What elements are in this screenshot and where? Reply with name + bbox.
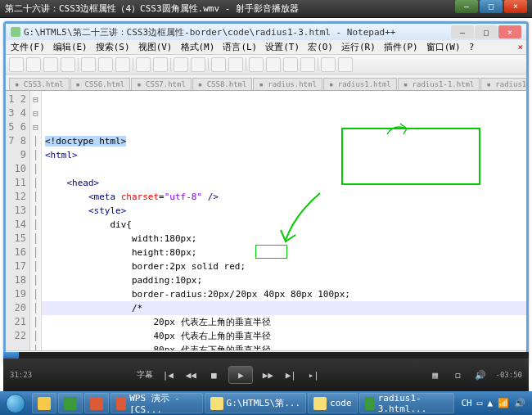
menu-close-icon[interactable]: × [517,42,523,52]
menu-item[interactable]: 窗口(W) [426,41,461,53]
menu-item[interactable]: 编辑(E) [53,41,88,53]
cut-icon[interactable] [81,57,96,72]
wrap-icon[interactable] [249,57,264,72]
menu-item[interactable]: 语言(L) [223,41,257,53]
np-minimize-button[interactable]: – [451,25,474,38]
file-tab[interactable]: ▪ radius1-2.html [480,78,526,90]
file-tab[interactable]: ▪ CSS3.html [9,78,70,90]
menu-item[interactable]: 视图(V) [138,41,173,53]
taskbar-item[interactable]: WPS 演示 - [CS... [110,393,203,413]
tray-flag-icon[interactable]: ▭ [477,398,483,408]
time-remaining: -03:50 [495,371,522,379]
replace-icon[interactable] [191,57,205,72]
record-icon[interactable] [321,57,336,72]
zoom-out-icon[interactable] [228,57,243,72]
code-area[interactable]: <!doctype html> <html> <head> <meta char… [42,91,526,350]
file-tab[interactable]: ▪ radius1.html [323,78,397,90]
line-gutter: 1 2 3 4 5 6 7 8 9 10 11 12 13 14 15 16 1… [6,91,30,350]
taskbar-app-icon [90,397,103,410]
saveall-icon[interactable] [61,57,75,72]
next-button[interactable]: ▶| [282,367,299,383]
taskbar-app-icon [313,397,327,410]
menu-item[interactable]: 插件(P) [384,41,418,53]
start-button[interactable] [0,391,31,415]
tray-network-icon[interactable]: 📶 [498,398,509,408]
taskbar-app-icon [365,397,375,410]
seek-progress [3,352,19,359]
notepad-window: G:\HTML5\第二十三讲：CSS3边框属性-border\code\radi… [3,21,529,366]
editor-area[interactable]: 1 2 3 4 5 6 7 8 9 10 11 12 13 14 15 16 1… [6,91,526,350]
time-elapsed: 31:23 [10,371,32,379]
screenshot-button[interactable]: ▦ [426,367,443,383]
fold-icon[interactable] [300,57,315,72]
open-icon[interactable] [26,57,41,72]
system-tray[interactable]: CH ▭ ▲ 📶 🔊 [455,398,533,408]
zoom-in-icon[interactable] [211,57,226,72]
maximize-button[interactable]: □ [480,0,503,13]
video-player-titlebar: 第二十六讲：CSS3边框属性（4）CSS3圆角属性.wmv - 射手影音播放器 … [0,0,532,18]
fold-gutter[interactable]: ⊟⊟⊟││││││││││││││││ [30,91,42,350]
taskbar-item[interactable]: radius1-3.html... [359,393,454,413]
file-tab[interactable]: ▪ radius.html [253,78,322,90]
copy-icon[interactable] [98,57,113,72]
taskbar-item[interactable] [58,393,83,413]
tray-up-icon[interactable]: ▲ [487,398,493,408]
toolbar [6,55,526,74]
menu-item[interactable]: 设置(T) [265,41,300,53]
annotation-arrow-icon [279,189,328,255]
taskbar-app-icon [38,397,51,410]
np-close-button[interactable]: × [498,25,521,38]
np-maximize-button[interactable]: □ [475,25,498,38]
annotation-box-large [341,128,480,185]
find-icon[interactable] [174,57,188,72]
undo-icon[interactable] [136,57,151,72]
close-button[interactable]: × [504,0,527,13]
taskbar-app-icon [64,397,77,410]
stop-button[interactable]: ■ [205,367,222,383]
file-tab[interactable]: ▪ CSS8.html [192,78,253,90]
notepad-title-text: G:\HTML5\第二十三讲：CSS3边框属性-border\code\radi… [24,26,395,38]
taskbar[interactable]: WPS 演示 - [CS...G:\HTML5\第...coderadius1-… [0,391,532,415]
menu-bar[interactable]: 文件(F)编辑(E)搜索(S)视图(V)格式(M)语言(L)设置(T)宏(O)运… [6,40,526,55]
menu-item[interactable]: 运行(R) [341,41,376,53]
file-tab[interactable]: ▪ CSS6.html [70,78,131,90]
taskbar-app-icon [116,397,126,410]
video-player-controls: 31:23 字幕 |◀ ◀◀ ■ ▶ ▶▶ ▶| ▸| ▦ ◻ 🔊 -03:50 [3,352,529,391]
window-button[interactable]: ◻ [449,367,466,383]
indent-icon[interactable] [283,57,298,72]
save-icon[interactable] [43,57,58,72]
windows-orb-icon [6,394,25,413]
rewind-button[interactable]: ◀◀ [183,367,199,383]
file-tab[interactable]: ▪ CSS7.html [131,78,192,90]
taskbar-item[interactable]: G:\HTML5\第... [205,393,306,413]
notepad-titlebar: G:\HTML5\第二十三讲：CSS3边框属性-border\code\radi… [6,24,526,40]
annotation-curl-icon [385,122,410,138]
taskbar-item[interactable] [84,393,109,413]
chars-icon[interactable] [266,57,281,72]
new-icon[interactable] [9,57,24,72]
tab-bar[interactable]: ▪ CSS3.html▪ CSS6.html▪ CSS7.html▪ CSS8.… [6,74,526,91]
tray-lang[interactable]: CH [462,398,472,408]
redo-icon[interactable] [153,57,168,72]
prev-button[interactable]: |◀ [160,367,176,383]
tray-volume-icon[interactable]: 🔊 [514,398,525,408]
menu-item[interactable]: ? [469,42,475,52]
menu-item[interactable]: 文件(F) [11,41,45,53]
subtitle-button[interactable]: 字幕 [137,367,153,383]
minimize-button[interactable]: – [455,0,478,13]
play-button[interactable]: ▶ [228,366,253,384]
volume-button[interactable]: 🔊 [472,367,489,383]
paste-icon[interactable] [115,57,130,72]
menu-item[interactable]: 宏(O) [308,41,333,53]
taskbar-app-icon [210,397,223,410]
taskbar-item[interactable] [32,393,56,413]
menu-item[interactable]: 格式(M) [181,41,215,53]
file-tab[interactable]: ▪ radius1-1.html [398,78,480,90]
taskbar-item[interactable]: code [308,393,358,413]
menu-item[interactable]: 搜索(S) [96,41,130,53]
seek-bar[interactable] [3,352,529,359]
step-button[interactable]: ▸| [305,367,322,383]
forward-button[interactable]: ▶▶ [259,367,276,383]
app-icon [11,27,20,37]
play-icon[interactable] [338,57,353,72]
